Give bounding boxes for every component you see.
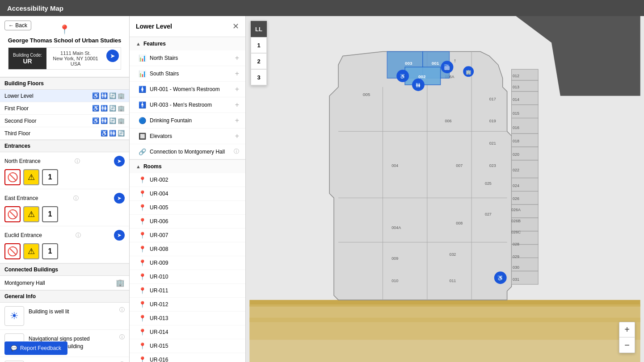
euclid-entrance: Euclid Entrance ⓘ ➤ 🚫 ⚠ 1	[0, 226, 129, 263]
zoom-out-button[interactable]: −	[619, 337, 635, 353]
rooms-section: ▲ Rooms 📍 UR-002 📍 UR-004 📍 UR-005	[130, 160, 245, 362]
floor-first[interactable]: First Floor ♿ 🚻 🔄 🏢	[0, 102, 129, 115]
room-pin-icon: 📍	[139, 190, 146, 197]
room-ur-002[interactable]: 📍 UR-002	[130, 173, 245, 187]
connection-info-icon[interactable]: ⓘ	[234, 148, 239, 155]
men-restroom-icon: 🚹	[139, 101, 146, 108]
svg-text:017: 017	[489, 97, 496, 101]
report-feedback-button[interactable]: 💬 Report Feedback	[4, 341, 67, 355]
room-ur-010[interactable]: 📍 UR-010	[130, 270, 245, 284]
floor-second[interactable]: Second Floor ♿ 🚻 🔄 🏢	[0, 115, 129, 127]
floor-selector: LL 1 2 3	[250, 21, 267, 86]
montgomery-hall-row[interactable]: Montgomery Hall 🏢	[0, 276, 129, 290]
floor-ll-button[interactable]: LL	[251, 21, 267, 37]
room-ur-015[interactable]: 📍 UR-015	[130, 339, 245, 353]
euclid-entrance-directions[interactable]: ➤	[114, 230, 125, 241]
features-header[interactable]: ▲ Features	[130, 37, 245, 50]
floor-3-button[interactable]: 3	[251, 69, 267, 85]
svg-text:012: 012	[513, 74, 519, 78]
svg-text:🚻: 🚻	[415, 82, 421, 88]
south-stairs-icon: 📊	[139, 70, 146, 77]
feature-north-stairs[interactable]: 📊 North Stairs +	[130, 50, 245, 66]
svg-text:026B: 026B	[511, 219, 521, 223]
svg-text:026A: 026A	[511, 208, 521, 212]
svg-text:004A: 004A	[391, 225, 401, 230]
nav-info-icon[interactable]: ⓘ	[119, 333, 125, 341]
zoom-in-button[interactable]: +	[619, 322, 635, 337]
north-entrance: North Entrance ⓘ ➤ 🚫 ⚠ 1	[0, 152, 129, 189]
panel-close-button[interactable]: ✕	[232, 21, 239, 31]
room-pin-icon: 📍	[139, 287, 146, 294]
connected-buildings-title: Connected Buildings	[0, 263, 129, 276]
room-ur-016[interactable]: 📍 UR-016	[130, 353, 245, 362]
feature-south-stairs[interactable]: 📊 South Stairs +	[130, 66, 245, 82]
room-pin-icon: 📍	[139, 356, 146, 362]
rooms-header[interactable]: ▲ Rooms	[130, 160, 245, 173]
room-ur-012[interactable]: 📍 UR-012	[130, 298, 245, 312]
room-ur-008[interactable]: 📍 UR-008	[130, 242, 245, 256]
floor-map-svg: 012 013 014 015 016 018 020 022 024 026 …	[246, 16, 644, 362]
svg-text:003: 003	[405, 61, 412, 66]
room-pin-icon: 📍	[139, 273, 146, 280]
rooms-collapse-icon: ▲	[136, 164, 141, 169]
room-ur-014[interactable]: 📍 UR-014	[130, 325, 245, 339]
rooms-label: Rooms	[143, 163, 162, 170]
room-ur-005[interactable]: 📍 UR-005	[130, 201, 245, 215]
women-restroom-icon: 🚺	[139, 86, 146, 93]
feature-drinking-fountain[interactable]: 🔵 Drinking Fountain +	[130, 113, 245, 129]
sidebar: ← Back 📍 George Thomas School of Urban S…	[0, 16, 130, 362]
svg-text:↑: ↑	[454, 58, 456, 64]
svg-text:009: 009	[391, 256, 398, 261]
svg-text:🏢: 🏢	[466, 69, 471, 75]
north-entrance-directions[interactable]: ➤	[114, 156, 125, 166]
svg-rect-5	[249, 304, 640, 340]
room-ur-013[interactable]: 📍 UR-013	[130, 312, 245, 325]
room-pin-icon: 📍	[139, 204, 146, 211]
svg-text:♿: ♿	[400, 73, 406, 79]
building-name: George Thomas School of Urban Studies	[4, 37, 125, 45]
svg-text:022: 022	[513, 168, 519, 172]
east-entrance-directions[interactable]: ➤	[114, 193, 125, 204]
east-caution-icon: ⚠	[23, 206, 39, 222]
room-ur-007[interactable]: 📍 UR-007	[130, 229, 245, 242]
svg-text:020: 020	[513, 152, 519, 157]
svg-text:032: 032	[449, 252, 456, 257]
euclid-entrance-info-icon[interactable]: ⓘ	[76, 232, 81, 239]
room-pin-icon: 📍	[139, 259, 146, 266]
floor-lower-level[interactable]: Lower Level ♿ 🚻 🔄 🏢	[0, 90, 129, 102]
room-ur-004[interactable]: 📍 UR-004	[130, 187, 245, 201]
room-ur-009[interactable]: 📍 UR-009	[130, 256, 245, 270]
svg-text:010: 010	[391, 279, 398, 283]
feature-montgomery-connection[interactable]: 🔗 Connection to Montgomery Hall ⓘ	[130, 144, 245, 159]
room-ur-011[interactable]: 📍 UR-011	[130, 284, 245, 298]
east-entrance-info-icon[interactable]: ⓘ	[73, 195, 79, 202]
lit-info-icon[interactable]: ⓘ	[119, 306, 125, 314]
features-section: ▲ Features 📊 North Stairs + 📊 South Stai…	[130, 37, 245, 160]
back-button[interactable]: ← Back	[4, 21, 31, 30]
svg-text:028: 028	[513, 242, 519, 246]
room-ur-006[interactable]: 📍 UR-006	[130, 215, 245, 229]
features-label: Features	[143, 41, 166, 47]
svg-text:002: 002	[418, 74, 426, 79]
feature-mens-restroom[interactable]: 🚹 UR-003 - Men's Restroom +	[130, 97, 245, 113]
general-info-braille: ⠿ Braille/raised letters accompany some …	[0, 357, 129, 362]
svg-text:027: 027	[485, 212, 492, 216]
euclid-step-icon: 1	[42, 243, 58, 259]
feature-womens-restroom[interactable]: 🚺 UR-001 - Women's Restroom +	[130, 82, 245, 97]
north-no-entry-icon: 🚫	[4, 169, 21, 185]
north-step-icon: 1	[42, 169, 58, 185]
header-title: Accessibility Map	[7, 4, 63, 12]
general-info-lit: ☀ Building is well lit ⓘ	[0, 303, 129, 330]
general-info-title: General Info	[0, 290, 129, 303]
floor-third[interactable]: Third Floor ♿ 🚻 🔄	[0, 127, 129, 140]
north-entrance-info-icon[interactable]: ⓘ	[75, 158, 80, 165]
euclid-caution-icon: ⚠	[23, 243, 39, 259]
feature-elevators[interactable]: 🔲 Elevators +	[130, 129, 245, 144]
map-area[interactable]: LL 1 2 3	[246, 16, 644, 362]
floor-1-button[interactable]: 1	[251, 37, 267, 53]
svg-text:014: 014	[513, 97, 519, 102]
east-step-icon: 1	[42, 206, 58, 222]
floor-2-button[interactable]: 2	[251, 53, 267, 69]
directions-button[interactable]: ➤	[106, 50, 119, 62]
app-header: Accessibility Map	[0, 0, 644, 16]
